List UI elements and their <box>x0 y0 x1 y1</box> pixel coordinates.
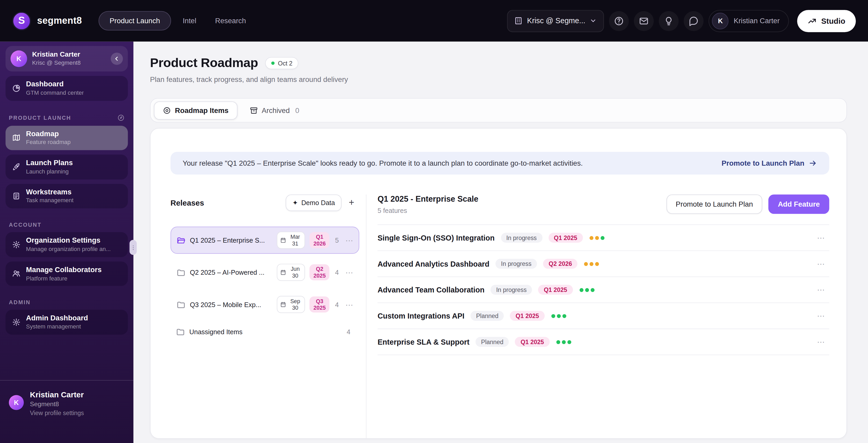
release-name: Q3 2025 – Mobile Exp... <box>190 300 272 308</box>
chat-button[interactable] <box>684 11 704 31</box>
release-date: Sep 30 <box>288 298 302 311</box>
feature-row[interactable]: Single Sign-On (SSO) Integration In prog… <box>377 225 829 251</box>
chevron-down-icon <box>590 17 597 25</box>
pie-chart-icon <box>12 84 21 92</box>
demo-data-button[interactable]: ✦ Demo Data <box>286 195 341 211</box>
feature-progress-dots <box>584 262 599 266</box>
release-detail-panel: Q1 2025 - Enterprise Scale 5 features Pr… <box>367 195 829 438</box>
feature-status-badge: In progress <box>501 233 542 243</box>
feature-quarter-chip: Q2 2026 <box>543 259 578 269</box>
release-date: Mar 31 <box>288 234 302 246</box>
mail-icon <box>639 16 649 26</box>
tab-roadmap-items[interactable]: Roadmap Items <box>154 101 237 119</box>
rocket-icon <box>12 163 21 171</box>
sidebar-item-title: Manage Collaborators <box>26 265 102 275</box>
sidebar-item-dashboard[interactable]: Dashboard GTM command center <box>5 76 128 101</box>
promote-banner-link[interactable]: Promote to Launch Plan <box>721 159 817 168</box>
sidebar-item-text: Manage Collaborators Platform feature <box>26 265 102 282</box>
feature-menu-button[interactable]: ⋯ <box>816 312 826 320</box>
feature-status-badge: Planned <box>475 337 509 347</box>
sidebar-item-title: Roadmap <box>26 129 71 139</box>
collapse-sidebar-button[interactable] <box>111 53 123 65</box>
feature-name: Advanced Analytics Dashboard <box>377 260 489 268</box>
chat-icon <box>689 16 699 26</box>
promote-to-launch-plan-button[interactable]: Promote to Launch Plan <box>666 195 762 214</box>
tab-label: Archived <box>262 106 289 115</box>
sidebar-profile-card[interactable]: K Kristian Carter Krisc @ Segment8 <box>5 46 128 71</box>
section-label: PRODUCT LAUNCH <box>9 115 71 121</box>
release-menu-button[interactable]: ⋯ <box>344 268 354 277</box>
release-date-chip: Mar 31 <box>277 232 305 249</box>
release-name: Q2 2025 – AI-Powered ... <box>190 268 272 276</box>
demo-data-label: Demo Data <box>301 199 335 207</box>
detail-title: Q1 2025 - Enterprise Scale <box>377 195 478 203</box>
view-profile-link[interactable]: View profile settings <box>30 410 84 416</box>
release-item-unassigned[interactable]: Unassigned Items 4 <box>170 323 359 341</box>
folder-icon <box>177 300 185 309</box>
building-icon <box>514 17 523 25</box>
banner-text: Your release "Q1 2025 – Enterprise Scale… <box>183 159 708 168</box>
sidebar-item-subtitle: Feature roadmap <box>26 139 71 146</box>
add-release-button[interactable]: + <box>344 197 359 208</box>
release-count: 4 <box>347 328 350 336</box>
release-menu-button[interactable]: ⋯ <box>344 236 354 245</box>
nav-product-launch[interactable]: Product Launch <box>98 11 171 30</box>
release-item[interactable]: Q3 2025 – Mobile Exp... Sep 30 Q3 2025 4… <box>170 291 359 318</box>
footer-org: Segment8 <box>30 401 84 407</box>
sidebar-item-organization-settings[interactable]: Organization Settings Manage organizatio… <box>5 232 128 257</box>
chevron-left-icon <box>114 55 120 62</box>
feature-row[interactable]: Advanced Team Collaboration In progress … <box>377 277 829 303</box>
release-menu-button[interactable]: ⋯ <box>344 300 354 309</box>
feature-row[interactable]: Custom Integrations API Planned Q1 2025 … <box>377 303 829 329</box>
roadmap-card: Your release "Q1 2025 – Enterprise Scale… <box>150 128 847 439</box>
feature-menu-button[interactable]: ⋯ <box>816 259 826 268</box>
release-count: 5 <box>335 236 339 244</box>
releases-panel: Releases ✦ Demo Data + Q1 2025 – Enterpr… <box>170 195 367 438</box>
inbox-button[interactable] <box>634 11 654 31</box>
green-dot-icon <box>271 61 275 65</box>
banner-action-label: Promote to Launch Plan <box>721 159 804 168</box>
detail-heading: Q1 2025 - Enterprise Scale 5 features <box>377 195 478 214</box>
studio-label: Studio <box>821 17 845 25</box>
tab-archived[interactable]: Archived 0 <box>249 106 299 115</box>
brand-name: segment8 <box>37 15 82 26</box>
release-name: Q1 2025 – Enterprise S... <box>190 236 272 244</box>
sidebar-drag-handle[interactable]: ⋮ <box>129 240 137 255</box>
sidebar-item-launch-plans[interactable]: Launch Plans Launch planning <box>5 155 128 179</box>
release-quarter-chip: Q2 2025 <box>310 264 330 280</box>
feature-menu-button[interactable]: ⋯ <box>816 233 826 242</box>
nav-intel[interactable]: Intel <box>176 12 203 30</box>
panels: Releases ✦ Demo Data + Q1 2025 – Enterpr… <box>170 195 829 438</box>
release-date-chip: Jun 30 <box>277 264 305 281</box>
app-window: S segment8 Product Launch Intel Research… <box>0 0 868 443</box>
help-button[interactable] <box>609 11 629 31</box>
sidebar-item-subtitle: Launch planning <box>26 168 73 175</box>
release-item[interactable]: Q2 2025 – AI-Powered ... Jun 30 Q2 2025 … <box>170 259 359 286</box>
feature-menu-button[interactable]: ⋯ <box>816 337 826 346</box>
tab-label: Roadmap Items <box>175 106 228 115</box>
ideas-button[interactable] <box>659 11 679 31</box>
nav-research[interactable]: Research <box>208 12 253 30</box>
feature-menu-button[interactable]: ⋯ <box>816 286 826 294</box>
trending-up-icon <box>808 17 817 25</box>
detail-actions: Promote to Launch Plan Add Feature <box>666 195 829 214</box>
sidebar-item-subtitle: Platform feature <box>26 274 102 282</box>
sidebar-item-roadmap[interactable]: Roadmap Feature roadmap <box>5 125 128 150</box>
sidebar-item-text: Organization Settings Manage organizatio… <box>26 236 111 253</box>
feature-row[interactable]: Enterprise SLA & Support Planned Q1 2025… <box>377 329 829 355</box>
release-item[interactable]: Q1 2025 – Enterprise S... Mar 31 Q1 2026… <box>170 227 359 254</box>
user-menu[interactable]: K Kristian Carter <box>709 10 789 32</box>
topbar-actions: Krisc @ Segme... K Kristian Carter <box>507 10 856 32</box>
segment8-logo-icon[interactable]: S <box>12 11 31 30</box>
sidebar-item-admin-dashboard[interactable]: Admin Dashboard System management <box>5 310 128 335</box>
org-selector[interactable]: Krisc @ Segme... <box>507 10 604 32</box>
sidebar-item-workstreams[interactable]: Workstreams Task management <box>5 184 128 208</box>
feature-status-badge: Planned <box>470 311 504 321</box>
feature-row[interactable]: Advanced Analytics Dashboard In progress… <box>377 251 829 277</box>
studio-button[interactable]: Studio <box>797 10 856 32</box>
release-name: Unassigned Items <box>189 328 342 336</box>
add-feature-button[interactable]: Add Feature <box>768 195 829 214</box>
compass-icon <box>117 114 125 121</box>
sidebar-item-title: Dashboard <box>26 80 84 89</box>
sidebar-item-manage-collaborators[interactable]: Manage Collaborators Platform feature <box>5 261 128 286</box>
